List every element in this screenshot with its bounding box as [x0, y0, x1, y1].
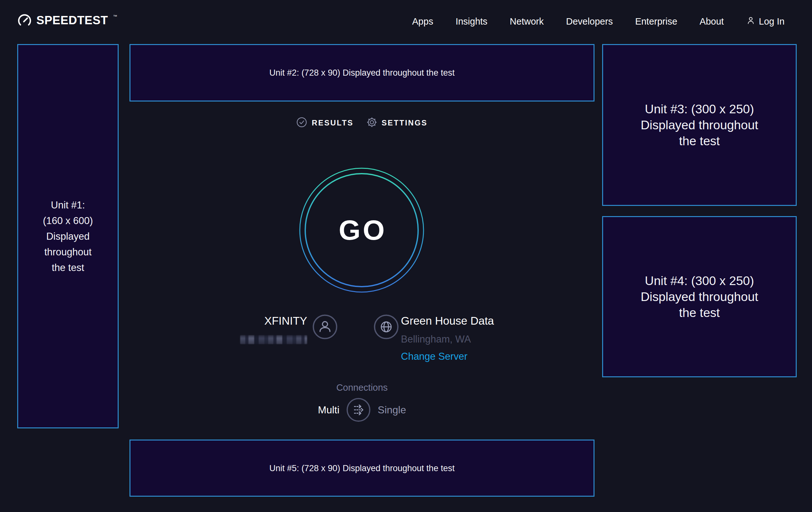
- ad-unit-4-text: Unit #4: (300 x 250) Displayed throughou…: [641, 273, 758, 321]
- brand-logo[interactable]: SPEEDTEST ™: [17, 14, 117, 29]
- ad-unit-5-text: Unit #5: (728 x 90) Displayed throughout…: [269, 462, 455, 475]
- speedometer-logo-icon: [17, 14, 32, 29]
- nav-item-insights[interactable]: Insights: [456, 16, 487, 27]
- connections-mode-icon[interactable]: [346, 398, 371, 422]
- nav-item-enterprise[interactable]: Enterprise: [635, 16, 677, 27]
- server-globe-icon[interactable]: [374, 315, 399, 339]
- isp-block: XFINITY: [240, 315, 307, 344]
- server-name: Green House Data: [401, 315, 494, 327]
- go-button-label: GO: [339, 214, 387, 246]
- isp-name: XFINITY: [240, 315, 307, 327]
- tab-results-label: RESULTS: [312, 118, 353, 127]
- ad-unit-3[interactable]: Unit #3: (300 x 250) Displayed throughou…: [602, 44, 797, 206]
- ad-unit-3-text: Unit #3: (300 x 250) Displayed throughou…: [641, 101, 758, 149]
- ad-unit-5[interactable]: Unit #5: (728 x 90) Displayed throughout…: [129, 439, 594, 497]
- tab-results[interactable]: RESULTS: [296, 117, 353, 129]
- connections-label: Connections: [129, 382, 594, 393]
- ad-unit-4[interactable]: Unit #4: (300 x 250) Displayed throughou…: [602, 216, 797, 377]
- nav-item-about[interactable]: About: [700, 16, 724, 27]
- server-block: Green House Data Bellingham, WA Change S…: [401, 315, 494, 363]
- ad-unit-1-text: Unit #1: (160 x 600) Displayed throughou…: [43, 197, 93, 275]
- isp-user-icon[interactable]: [313, 315, 338, 339]
- ad-unit-2[interactable]: Unit #2: (728 x 90) Displayed throughout…: [129, 44, 594, 102]
- gear-icon: [367, 117, 377, 129]
- tab-settings-label: SETTINGS: [382, 118, 428, 127]
- brand-trademark: ™: [113, 14, 117, 20]
- check-circle-icon: [296, 117, 307, 129]
- connections-multi-option[interactable]: Multi: [318, 404, 340, 416]
- speedtest-page: SPEEDTEST ™ Apps Insights Network Develo…: [0, 0, 812, 512]
- brand-name: SPEEDTEST: [36, 14, 108, 27]
- tab-settings[interactable]: SETTINGS: [367, 117, 428, 129]
- header: SPEEDTEST ™ Apps Insights Network Develo…: [17, 7, 785, 36]
- go-button[interactable]: GO: [299, 167, 425, 293]
- nav-item-login[interactable]: Log In: [746, 16, 785, 27]
- nav-item-developers[interactable]: Developers: [566, 16, 613, 27]
- user-icon: [746, 16, 756, 27]
- change-server-link[interactable]: Change Server: [401, 350, 468, 363]
- connections-toggle-row: Multi Single: [129, 398, 594, 422]
- main-nav: Apps Insights Network Developers Enterpr…: [412, 16, 785, 27]
- view-tabs: RESULTS: [129, 117, 594, 129]
- ad-unit-2-text: Unit #2: (728 x 90) Displayed throughout…: [269, 66, 455, 79]
- nav-item-network[interactable]: Network: [510, 16, 544, 27]
- ip-address-redacted: [240, 335, 307, 344]
- connections-single-option[interactable]: Single: [378, 404, 406, 416]
- login-label: Log In: [759, 16, 785, 27]
- server-location: Bellingham, WA: [401, 333, 494, 346]
- nav-item-apps[interactable]: Apps: [412, 16, 433, 27]
- ad-unit-1[interactable]: Unit #1: (160 x 600) Displayed throughou…: [17, 44, 119, 428]
